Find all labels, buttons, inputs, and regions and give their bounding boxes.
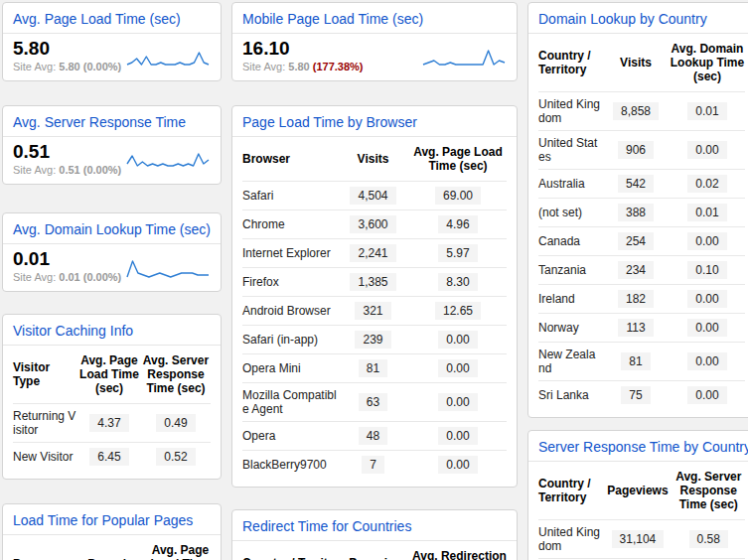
data-table: BrowserVisitsAvg. Page Load Time (sec)Sa…	[242, 137, 507, 479]
column-header: Country / Territory	[242, 541, 347, 560]
panel-title-popular-pages[interactable]: Load Time for Popular Pages	[3, 504, 221, 534]
cell-value: 0.00	[438, 359, 477, 377]
widget-avg-page-load-time: Avg. Page Load Time (sec) 5.80 Site Avg:…	[2, 2, 222, 81]
table-row: Norway1130.00	[538, 314, 745, 343]
cell-value: 48	[359, 427, 387, 445]
cell-value: 0.00	[687, 386, 726, 404]
sparkline-chart	[125, 45, 211, 71]
cell-value: 3,600	[350, 215, 395, 233]
widget-title-avg-server-response[interactable]: Avg. Server Response Time	[3, 106, 221, 136]
cell-value: 321	[355, 302, 390, 320]
metric-body: 16.10 Site Avg: 5.80 (177.38%)	[232, 34, 517, 80]
cell-value: 81	[621, 352, 650, 370]
panel-title-browser-load-time[interactable]: Page Load Time by Browser	[232, 106, 517, 136]
row-label-cell: Canada	[538, 227, 602, 256]
metric-value: 16.10	[242, 38, 364, 60]
site-avg-label: Site Avg:	[13, 61, 56, 72]
cell-value: 0.00	[438, 331, 477, 349]
panel-title-redirect-time[interactable]: Redirect Time for Countries	[232, 510, 517, 540]
metric-cell: 1,385	[337, 268, 409, 297]
cell-value: 8,858	[613, 102, 659, 120]
site-avg-line: Site Avg: 0.51 (0.00%)	[13, 164, 121, 176]
column-header: Avg. Redirection Time (sec)	[412, 541, 507, 560]
table-row: Sri Lanka750.00	[538, 381, 745, 410]
table-row: Safari4,50469.00	[242, 182, 507, 210]
metric-cell: 0.00	[670, 285, 745, 314]
column-header: Country / Territory	[538, 34, 602, 92]
metric-text: 5.80 Site Avg: 5.80 (0.00%)	[13, 38, 121, 72]
metric-body: 5.80 Site Avg: 5.80 (0.00%)	[3, 34, 221, 80]
cell-value: 0.01	[687, 102, 726, 120]
widget-title-avg-page-load[interactable]: Avg. Page Load Time (sec)	[3, 3, 221, 33]
data-table: Country / TerritoryPageviewsAvg. Server …	[538, 462, 745, 560]
panel-title-server-response-country[interactable]: Server Response Time by Country	[528, 431, 748, 461]
cell-value: 254	[618, 232, 654, 250]
column-header: Avg. Page Load Time (sec)	[150, 535, 211, 560]
cell-value: 4.37	[89, 414, 128, 432]
row-label-cell: Opera Mini	[242, 354, 337, 383]
metric-cell: 0.58	[673, 520, 745, 559]
metric-cell: 5.97	[409, 239, 507, 268]
column-header: Pageviews	[603, 462, 672, 520]
site-avg-line: Site Avg: 0.01 (0.00%)	[13, 271, 121, 283]
header-row: BrowserVisitsAvg. Page Load Time (sec)	[242, 137, 507, 182]
column-header: Avg. Server Response Time (sec)	[141, 346, 211, 404]
panel-title-domain-lookup-country[interactable]: Domain Lookup by Country	[528, 3, 748, 33]
table-row: Ireland1820.00	[538, 285, 745, 314]
metric-cell: 69.00	[409, 182, 507, 210]
metric-cell: 4,504	[337, 182, 409, 210]
panel-title-visitor-caching[interactable]: Visitor Caching Info	[3, 315, 221, 345]
row-label-cell: Safari (in-app)	[242, 326, 337, 354]
metric-cell: 0.02	[670, 170, 745, 199]
table-row: Tanzania2340.10	[538, 256, 745, 285]
column-header: Avg. Page Load Time (sec)	[409, 137, 507, 182]
header-row: PagePageviewsAvg. Page Load Time (sec)	[13, 535, 211, 560]
table-row: Australia5420.02	[538, 170, 745, 199]
cell-value: 0.52	[156, 448, 195, 466]
row-label-cell: Android Browser	[242, 297, 337, 326]
header-row: Country / TerritoryPageviewsAvg. Server …	[538, 462, 745, 520]
metric-cell: 906	[602, 131, 670, 170]
cell-value: 388	[618, 204, 654, 221]
widget-avg-server-response: Avg. Server Response Time 0.51 Site Avg:…	[2, 105, 222, 185]
row-label-cell: Chrome	[242, 210, 337, 239]
row-label-cell: United Kingdom	[538, 520, 603, 559]
column-header: Browser	[242, 137, 337, 182]
header-row: Country / TerritoryVisitsAvg. Domain Loo…	[538, 34, 745, 92]
server-response-table: Country / TerritoryPageviewsAvg. Server …	[528, 462, 748, 560]
cell-value: 234	[618, 261, 654, 279]
metric-cell: 8.30	[409, 268, 507, 297]
metric-cell: 239	[337, 326, 409, 354]
cell-value: 0.02	[687, 175, 726, 193]
cell-value: 81	[359, 359, 387, 377]
cell-value: 0.00	[687, 352, 726, 370]
metric-cell: 4.96	[409, 210, 507, 239]
cell-value: 0.00	[687, 290, 726, 308]
column-header: Avg. Server Response Time (sec)	[673, 462, 745, 520]
metric-cell: 0.10	[670, 256, 745, 285]
metric-cell: 12.65	[409, 297, 507, 326]
panel-visitor-caching: Visitor Caching Info Visitor TypeAvg. Pa…	[2, 314, 222, 480]
metric-cell: 0.52	[141, 443, 211, 472]
table-row: New Visitor6.450.52	[13, 443, 211, 472]
table-row: Android Browser32112.65	[242, 297, 507, 326]
metric-cell: 0.00	[409, 383, 507, 422]
metric-value: 5.80	[13, 38, 121, 60]
metric-cell: 0.00	[670, 381, 745, 410]
widget-title-avg-domain-lookup[interactable]: Avg. Domain Lookup Time (sec)	[3, 213, 221, 243]
metric-cell: 48	[337, 422, 409, 451]
metric-cell: 0.00	[409, 451, 507, 480]
metric-cell: 0.00	[409, 422, 507, 451]
metric-value: 0.51	[13, 141, 121, 163]
row-label-cell: (not set)	[538, 199, 602, 227]
metric-cell: 0.00	[409, 354, 507, 383]
row-label-cell: Mozilla Compatible Agent	[242, 383, 337, 422]
widget-title-mobile-page-load[interactable]: Mobile Page Load Time (sec)	[232, 3, 517, 33]
right-column: Domain Lookup by Country Country / Terri…	[527, 2, 748, 560]
metric-cell: 8,858	[602, 92, 670, 131]
panel-redirect-time: Redirect Time for Countries Country / Te…	[231, 509, 518, 560]
column-header: Page	[13, 535, 86, 560]
metric-value: 0.01	[13, 248, 121, 270]
table-row: Firefox1,3858.30	[242, 268, 507, 297]
metric-cell: 6.45	[77, 443, 141, 472]
